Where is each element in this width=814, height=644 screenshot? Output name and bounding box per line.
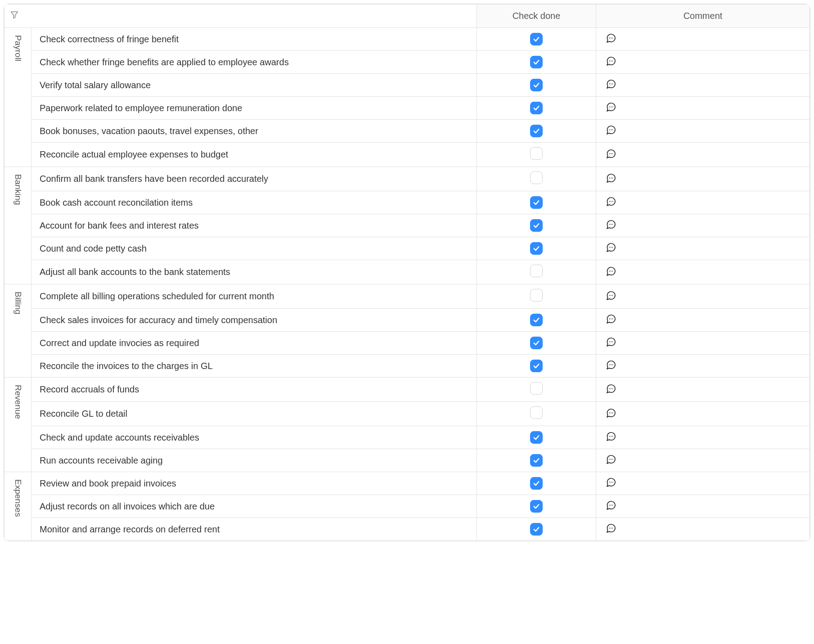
check-done-checkbox[interactable] [530,360,543,372]
comment-icon[interactable] [605,359,617,371]
comment-icon[interactable] [605,500,617,511]
comment-icon[interactable] [605,219,617,230]
table-row: Reconcile the invoices to the charges in… [4,355,810,378]
check-done-checkbox[interactable] [530,523,543,536]
table-row: Book cash account reconcilation items [4,191,810,214]
check-done-checkbox[interactable] [530,289,543,302]
group-label: Payroll [13,35,23,61]
check-cell [477,309,596,332]
check-done-checkbox[interactable] [530,33,543,45]
check-done-checkbox[interactable] [530,147,543,160]
comment-icon[interactable] [605,313,617,325]
svg-point-63 [612,505,613,506]
group-label: Billing [13,292,23,315]
check-cell [477,355,596,378]
check-done-checkbox[interactable] [530,196,543,209]
comment-header[interactable]: Comment [596,5,810,28]
comment-icon[interactable] [605,477,617,488]
check-cell [477,74,596,97]
comment-cell [596,355,810,378]
check-done-checkbox[interactable] [530,102,543,114]
filter-icon[interactable] [10,10,19,19]
task-label: Confirm all bank transfers have been rec… [31,167,477,191]
comment-icon[interactable] [605,454,617,465]
comment-icon[interactable] [605,148,617,160]
check-done-checkbox[interactable] [530,500,543,513]
svg-point-22 [609,201,610,202]
check-done-checkbox[interactable] [530,314,543,326]
comment-icon[interactable] [605,78,617,90]
comment-icon[interactable] [605,522,617,534]
check-cell [477,28,596,51]
table-row: Paperwork related to employee remunerati… [4,97,810,120]
table-row: PayrollCheck correctness of fringe benef… [4,28,810,51]
check-done-checkbox[interactable] [530,171,543,184]
svg-point-2 [611,38,612,39]
svg-point-9 [612,84,613,85]
comment-cell [596,472,810,495]
svg-point-10 [609,107,610,108]
comment-cell [596,143,810,167]
check-cell [477,449,596,472]
check-done-checkbox[interactable] [530,382,543,395]
comment-cell [596,260,810,284]
task-label: Check and update accounts receivables [31,426,477,449]
check-done-checkbox[interactable] [530,406,543,419]
check-cell [477,426,596,449]
table-row: ExpensesReview and book prepaid invoices [4,472,810,495]
comment-icon[interactable] [605,124,617,136]
svg-point-16 [609,153,610,154]
svg-point-12 [612,107,613,108]
check-done-checkbox[interactable] [530,477,543,490]
table-row: Check sales invoices for accuracy and ti… [4,309,810,332]
comment-cell [596,237,810,260]
check-cell [477,378,596,402]
svg-point-46 [609,388,610,389]
svg-point-15 [612,130,613,131]
comment-cell [596,378,810,402]
comment-icon[interactable] [605,383,617,395]
svg-point-33 [612,270,613,271]
svg-marker-0 [11,12,18,18]
comment-icon[interactable] [605,32,617,44]
comment-icon[interactable] [605,101,617,113]
check-done-checkbox[interactable] [530,431,543,444]
check-done-checkbox[interactable] [530,219,543,232]
comment-icon[interactable] [605,290,617,302]
comment-cell [596,332,810,355]
check-cell [477,402,596,426]
check-cell [477,214,596,237]
check-done-header[interactable]: Check done [477,5,596,28]
comment-icon[interactable] [605,242,617,253]
svg-point-20 [611,177,612,178]
check-done-checkbox[interactable] [530,242,543,255]
comment-icon[interactable] [605,172,617,184]
svg-point-5 [611,61,612,62]
comment-icon[interactable] [605,407,617,419]
checklist-table: Check done Comment PayrollCheck correctn… [4,4,810,541]
task-label: Correct and update invocies as required [31,332,477,355]
comment-icon[interactable] [605,336,617,348]
svg-point-62 [611,505,612,506]
table-row: Correct and update invocies as required [4,332,810,355]
check-done-checkbox[interactable] [530,125,543,137]
svg-point-58 [609,482,610,483]
comment-icon[interactable] [605,266,617,277]
svg-point-44 [611,365,612,365]
task-label: Review and book prepaid invoices [31,472,477,495]
task-label: Adjust records on all invoices which are… [31,495,477,518]
table-row: Check whether fringe benefits are applie… [4,51,810,74]
comment-cell [596,97,810,120]
check-done-checkbox[interactable] [530,337,543,349]
check-done-checkbox[interactable] [530,265,543,277]
check-cell [477,97,596,120]
comment-icon[interactable] [605,431,617,442]
check-done-checkbox[interactable] [530,56,543,68]
svg-point-66 [612,528,613,529]
check-done-checkbox[interactable] [530,454,543,467]
check-done-checkbox[interactable] [530,79,543,91]
comment-icon[interactable] [605,196,617,207]
comment-icon[interactable] [605,55,617,67]
task-label: Reconcile actual employee expenses to bu… [31,143,477,167]
svg-point-30 [612,247,613,248]
